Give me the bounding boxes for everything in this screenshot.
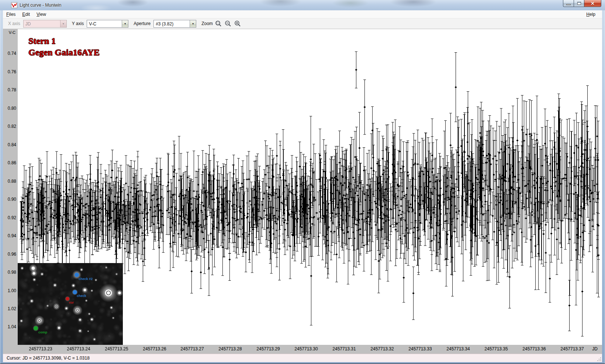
toolbar: X axis JD ▼ Y axis V-C ▼ Aperture #3 (3.… bbox=[3, 18, 602, 29]
x-tick-label: 2457713.25 bbox=[105, 346, 128, 351]
zoom-in-button[interactable] bbox=[234, 20, 242, 28]
chart-title-line2: Gegen Gaia16AYE bbox=[28, 47, 100, 58]
y-tick-label: 0.90 bbox=[8, 197, 16, 202]
x-tick-label: 2457713.30 bbox=[294, 346, 318, 351]
menu-files[interactable]: Files bbox=[3, 11, 19, 18]
aperture-combobox[interactable]: #3 (3.82) ▼ bbox=[153, 20, 196, 28]
x-axis-value: JD bbox=[24, 20, 60, 27]
x-tick-label: 2457713.35 bbox=[484, 346, 508, 351]
minimize-icon bbox=[566, 4, 571, 5]
plot-area: V-C 0.740.760.780.800.820.840.860.880.90… bbox=[3, 29, 602, 354]
x-tick-label: 2457713.33 bbox=[408, 346, 432, 351]
aperture-label: Aperture bbox=[134, 21, 151, 26]
y-tick-label: 1.04 bbox=[8, 324, 16, 329]
chevron-down-icon[interactable]: ▼ bbox=[190, 20, 196, 27]
x-tick-label: 2457713.28 bbox=[218, 346, 242, 351]
x-tick-label: 2457713.24 bbox=[67, 346, 90, 351]
resize-grip-icon[interactable] bbox=[597, 357, 601, 361]
y-tick-label: 0.84 bbox=[8, 142, 16, 147]
y-axis-label: Y axis bbox=[72, 21, 84, 26]
x-axis-title: JD bbox=[592, 346, 598, 351]
window-title: Light curve - Muniwin bbox=[20, 3, 61, 8]
y-tick-label: 0.96 bbox=[8, 252, 16, 257]
y-axis-title: V-C bbox=[9, 30, 15, 35]
menu-help[interactable]: Help bbox=[584, 11, 598, 18]
x-tick-label: 2457713.27 bbox=[180, 346, 204, 351]
x-tick-label: 2457713.32 bbox=[370, 346, 394, 351]
x-tick-label: 2457713.36 bbox=[522, 346, 546, 351]
y-tick-label: 0.92 bbox=[8, 215, 16, 220]
y-tick-label: 0.76 bbox=[8, 69, 16, 74]
maximize-icon bbox=[577, 2, 581, 5]
y-axis-combobox[interactable]: V-C ▼ bbox=[87, 20, 128, 28]
titlebar[interactable]: Light curve - Muniwin ✕ bbox=[0, 0, 605, 10]
y-tick-label: 0.80 bbox=[8, 106, 16, 111]
chevron-down-icon[interactable]: ▼ bbox=[122, 20, 128, 27]
star-field-inset bbox=[18, 263, 123, 345]
y-tick-label: 0.74 bbox=[8, 51, 16, 56]
y-tick-label: 1.00 bbox=[8, 288, 16, 293]
x-tick-label: 2457713.31 bbox=[332, 346, 356, 351]
x-axis-combobox: JD ▼ bbox=[23, 20, 67, 28]
y-tick-label: 0.78 bbox=[8, 87, 16, 92]
zoom-out-icon bbox=[225, 20, 231, 27]
y-tick-label: 1.02 bbox=[8, 306, 16, 311]
menu-edit[interactable]: Edit bbox=[19, 11, 33, 18]
y-tick-label: 0.86 bbox=[8, 160, 16, 165]
y-tick-label: 0.82 bbox=[8, 124, 16, 129]
menu-view[interactable]: View bbox=[33, 11, 49, 18]
x-tick-label: 2457713.34 bbox=[446, 346, 470, 351]
close-button[interactable]: ✕ bbox=[584, 0, 601, 7]
y-axis-band: V-C 0.740.760.780.800.820.840.860.880.90… bbox=[3, 29, 18, 345]
y-tick-label: 0.98 bbox=[8, 270, 16, 275]
x-tick-label: 2457713.37 bbox=[560, 346, 584, 351]
app-icon bbox=[11, 2, 17, 8]
y-tick-label: 0.88 bbox=[8, 179, 16, 184]
close-icon: ✕ bbox=[591, 1, 595, 6]
x-axis-label: X axis bbox=[8, 21, 20, 26]
menubar: Files Edit View Help bbox=[3, 10, 602, 18]
y-tick-label: 0.94 bbox=[8, 233, 16, 238]
x-tick-label: 2457713.26 bbox=[143, 346, 166, 351]
window-controls: ✕ bbox=[563, 0, 601, 7]
x-axis-band: JD 2457713.232457713.242457713.252457713… bbox=[3, 345, 602, 354]
cursor-readout: Cursor: JD = 2457713.3098, V-C = 1.0318 bbox=[7, 356, 90, 361]
zoom-fit-button[interactable] bbox=[214, 20, 222, 28]
y-axis-value: V-C bbox=[87, 20, 122, 27]
zoom-in-icon bbox=[234, 20, 241, 27]
aperture-value: #3 (3.82) bbox=[154, 20, 190, 27]
chart-title: Stern 1 Gegen Gaia16AYE bbox=[28, 35, 100, 58]
x-tick-label: 2457713.23 bbox=[29, 346, 52, 351]
x-tick-label: 2457713.29 bbox=[256, 346, 280, 351]
zoom-label: Zoom bbox=[201, 21, 213, 26]
maximize-button[interactable] bbox=[574, 0, 584, 7]
minimize-button[interactable] bbox=[563, 0, 574, 7]
zoom-fit-icon bbox=[215, 20, 222, 27]
statusbar: Cursor: JD = 2457713.3098, V-C = 1.0318 bbox=[3, 354, 602, 362]
zoom-out-button[interactable] bbox=[224, 20, 232, 28]
plot-region: Stern 1 Gegen Gaia16AYE bbox=[18, 29, 602, 345]
muniwin-window: Light curve - Muniwin ✕ Files Edit View … bbox=[0, 0, 605, 364]
chart-title-line1: Stern 1 bbox=[28, 35, 100, 47]
chevron-down-icon: ▼ bbox=[60, 20, 66, 27]
